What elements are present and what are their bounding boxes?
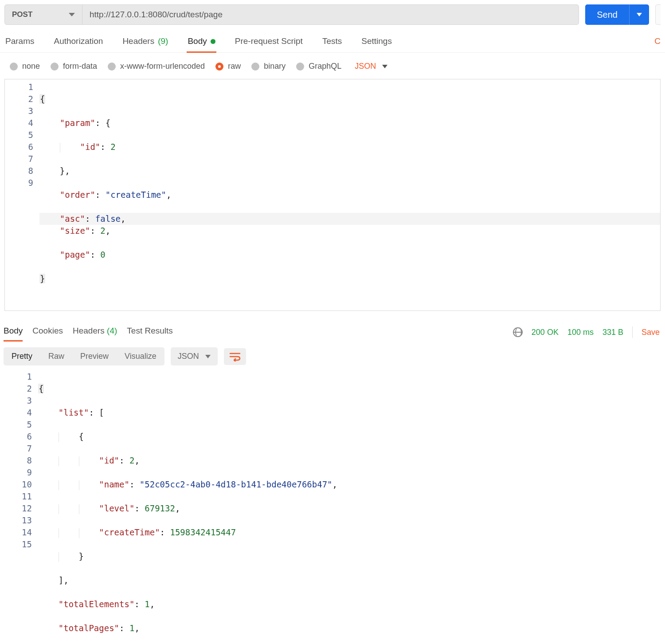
view-pretty[interactable]: Pretty [4, 347, 40, 365]
view-preview[interactable]: Preview [72, 347, 117, 365]
view-visualize[interactable]: Visualize [117, 347, 164, 365]
body-type-urlencoded[interactable]: x-www-form-urlencoded [108, 62, 205, 71]
response-tab-cookies[interactable]: Cookies [32, 323, 63, 341]
tab-authorization[interactable]: Authorization [53, 33, 104, 52]
chevron-down-icon [69, 13, 75, 16]
body-raw-language-select[interactable]: JSON [355, 62, 387, 71]
body-type-row: none form-data x-www-form-urlencoded raw… [0, 53, 665, 79]
response-status: 200 OK 100 ms 331 B Save [513, 326, 660, 338]
status-size: 331 B [602, 328, 623, 337]
response-language-select[interactable]: JSON [171, 347, 218, 365]
globe-icon[interactable] [513, 327, 523, 337]
line-gutter: 1 2 3 4 5 6 7 8 9 [5, 79, 39, 310]
body-type-binary[interactable]: binary [251, 62, 286, 71]
wrap-icon [229, 352, 241, 361]
request-body-editor[interactable]: 1 2 3 4 5 6 7 8 9 { "param": { "id": 2 }… [4, 79, 661, 311]
radio-icon [296, 63, 304, 71]
response-tabs: Body Cookies Headers (4) Test Results 20… [0, 311, 665, 341]
divider [632, 326, 633, 338]
request-tabs: Params Authorization Headers (9) Body Pr… [0, 29, 665, 53]
method-label: POST [12, 10, 32, 19]
view-raw[interactable]: Raw [40, 347, 72, 365]
tab-params[interactable]: Params [4, 33, 35, 52]
radio-selected-icon [215, 63, 223, 71]
tab-tests[interactable]: Tests [321, 33, 343, 52]
modified-dot-icon [211, 39, 215, 44]
status-time: 100 ms [567, 328, 594, 337]
save-button-cut[interactable] [655, 4, 661, 25]
radio-icon [251, 63, 259, 71]
body-type-raw[interactable]: raw [215, 62, 241, 71]
status-code: 200 OK [532, 328, 559, 337]
method-select[interactable]: POST [5, 5, 82, 24]
line-gutter: 1 2 3 4 5 6 7 8 9 10 11 12 13 14 15 [4, 369, 38, 644]
chevron-down-icon [382, 65, 387, 68]
radio-icon [51, 63, 59, 71]
response-body-viewer[interactable]: 1 2 3 4 5 6 7 8 9 10 11 12 13 14 15 { "l… [4, 369, 661, 644]
send-button[interactable]: Send [585, 4, 629, 25]
response-tab-test-results[interactable]: Test Results [127, 323, 172, 341]
chevron-down-icon [205, 355, 211, 358]
send-button-group: Send [585, 4, 649, 25]
code-area[interactable]: { "param": { "id": 2 }, "order": "create… [39, 79, 660, 310]
save-response-button[interactable]: Save [642, 328, 660, 337]
send-label: Send [597, 10, 618, 20]
method-url-group: POST http://127.0.0.1:8080/crud/test/pag… [4, 4, 579, 25]
url-text: http://127.0.0.1:8080/crud/test/page [90, 10, 223, 20]
tab-body[interactable]: Body [187, 33, 216, 52]
tab-settings[interactable]: Settings [360, 33, 393, 52]
radio-icon [10, 63, 18, 71]
body-type-none[interactable]: none [10, 62, 40, 71]
view-mode-group: Pretty Raw Preview Visualize [4, 347, 164, 365]
request-bar: POST http://127.0.0.1:8080/crud/test/pag… [0, 0, 665, 29]
response-tab-headers[interactable]: Headers (4) [73, 323, 117, 341]
send-options-button[interactable] [629, 4, 649, 25]
response-tab-body[interactable]: Body [4, 323, 23, 341]
body-type-graphql[interactable]: GraphQL [296, 62, 341, 71]
tab-right-cut[interactable]: C [653, 33, 661, 52]
tab-headers[interactable]: Headers (9) [121, 33, 169, 52]
response-view-controls: Pretty Raw Preview Visualize JSON [0, 341, 665, 369]
tab-pre-request-script[interactable]: Pre-request Script [234, 33, 304, 52]
code-area: { "list": [ { "id": 2, "name": "52c05cc2… [38, 369, 661, 644]
wrap-lines-button[interactable] [224, 348, 246, 365]
chevron-down-icon [637, 13, 642, 16]
radio-icon [108, 63, 116, 71]
body-type-form-data[interactable]: form-data [51, 62, 97, 71]
url-input[interactable]: http://127.0.0.1:8080/crud/test/page [82, 5, 579, 24]
